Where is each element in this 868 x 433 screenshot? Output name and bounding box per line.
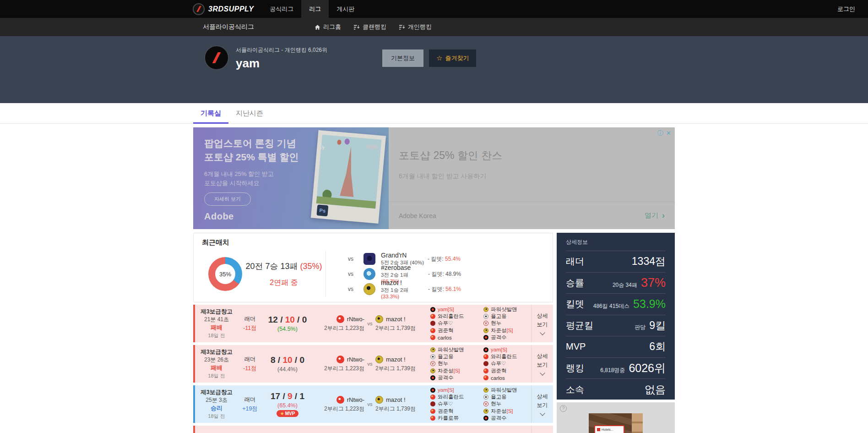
nav-item-board[interactable]: 게시판 (329, 0, 362, 18)
detail-line1: 상세 (537, 393, 548, 400)
player-row: 권준혁 (430, 327, 476, 334)
subnav-item-clan-ranking[interactable]: 클랜랭킹 (347, 18, 393, 36)
top-nav: 3RDSUPPLY 공식리그 리그 게시판 로그인 (0, 0, 868, 18)
ad-banner[interactable]: 팝업스토어 론칭 기념 포토샵 25% 특별 할인 6개월 내내 25% 할인 … (193, 127, 675, 229)
opponent-name[interactable]: #zerobase (381, 264, 428, 271)
polaroid-image: ✈ Ps (311, 130, 386, 224)
player-race-icon (430, 335, 435, 340)
favorite-button[interactable]: ☆ 즐겨찾기 (429, 49, 476, 67)
subnav-item-personal-ranking[interactable]: 개인랭킹 (393, 18, 438, 36)
ladder-delta: -11점 (238, 323, 262, 333)
detail-info-panel: 상세정보 래더 1334점 승률 20승 34패 37% 킬뎃 486킬 415… (557, 233, 675, 400)
favorite-label: 즐겨찾기 (445, 54, 469, 62)
opponent-name[interactable]: mazot ! (381, 279, 428, 286)
brand-logo[interactable]: 3RDSUPPLY (193, 0, 254, 18)
ladder-label: 래더 (238, 314, 262, 323)
login-button[interactable]: 로그인 (837, 0, 855, 18)
player-race-icon (483, 307, 488, 312)
sub-nav: 서플라이공식리그 리그홈 클랜랭킹 개인랭킹 (0, 18, 868, 36)
donut-percent: 35% (219, 271, 231, 278)
ad-text-panel: ⓘ ✕ 포토샵 25% 할인 찬스 6개월 내내 할인 받고 사용하기 Adob… (389, 127, 675, 229)
team-left: rNtwo- 2부리그 1,223점 (313, 356, 364, 373)
team-left: rNtwo- 2부리그 1,223점 (313, 315, 364, 332)
ad-cta-button[interactable]: 자세히 보기 (204, 192, 251, 206)
player-race-icon (483, 335, 488, 340)
player-row: 카를로쮸 (430, 415, 476, 422)
brand-name: 3RDSUPPLY (208, 5, 254, 13)
player-name: 파워샷발맨 (438, 346, 464, 353)
ad-headline: 팝업스토어 론칭 기념 포토샵 25% 특별 할인 (204, 137, 299, 164)
player-name: 현누 (491, 400, 501, 407)
player-row: 와리홀란드 (430, 394, 476, 400)
players-left: yam[S] 와리홀란드 슈푸♡ 권준혁 carlos (430, 306, 476, 341)
help-icon[interactable]: ? (560, 405, 567, 412)
kda-kills: 8 (271, 355, 276, 365)
basic-info-button[interactable]: 기본정보 (382, 49, 423, 67)
player-name: 파워샷발맨 (491, 306, 517, 313)
ad-close-icon[interactable]: ✕ (666, 130, 671, 136)
ad-popup-card: Hotels... (594, 425, 624, 433)
tab-records[interactable]: 기록실 (193, 103, 228, 123)
ad-advertiser: Adobe Korea (399, 212, 436, 219)
opponent-globe-icon (363, 268, 375, 280)
subnav-item-league-home[interactable]: 리그홈 (308, 18, 347, 36)
ad-subtitle: 6개월 내내 할인 받고 사용하기 (399, 172, 486, 181)
recent-matches-panel: 최근매치 35% 20전 7승 13패 (35%) 2연패 중 (193, 233, 553, 302)
kda-rate: (54.5%) (262, 326, 313, 332)
player-race-icon (483, 321, 488, 326)
opponent-name[interactable]: Grand'rN (381, 252, 424, 259)
product-ad-image: Hotels... (589, 413, 643, 433)
player-race-icon (430, 375, 435, 380)
player-race-icon (483, 314, 488, 319)
detail-view-button[interactable]: 상세 보기 (531, 385, 553, 423)
detail-view-button[interactable] (531, 426, 553, 433)
team-name: mazot ! (386, 316, 406, 323)
avatar (204, 45, 229, 70)
nav-item-official-league[interactable]: 공식리그 (262, 0, 301, 18)
team-icon (375, 315, 383, 323)
plane-icon: ✈ (319, 143, 326, 153)
player-row: 공격수 (430, 374, 476, 381)
tab-bar: 기록실 지난시즌 (0, 103, 868, 124)
record-summary-pct: (35%) (300, 262, 322, 271)
player-row: 파워샷발맨 (430, 346, 476, 353)
player-race-icon (483, 347, 488, 352)
player-name: yam (438, 307, 448, 312)
league-name: 서플라이공식리그 (203, 23, 254, 31)
player-row: 슈푸♡ (430, 320, 476, 327)
stat-row-ranking: 랭킹 6,818명중 6026위 (566, 358, 666, 379)
player-name: 욜고용 (491, 313, 507, 320)
vs-row: vs #zerobase 3전 2승 1패 (66.7%) - 킬뎃: (348, 267, 544, 281)
detail-view-button[interactable]: 상세 보기 (531, 305, 553, 342)
ad-open-link[interactable]: 열기 › (645, 211, 665, 220)
match-row: 제3보급창고 21분 41초 패배 18일 전 래더 -11점 12 / 10 … (193, 305, 553, 342)
player-tag: [S] (507, 408, 513, 414)
kda-deaths: 10 (282, 355, 292, 365)
team-league: 2부리그 1,223점 (313, 324, 364, 332)
stat-row-killdeath: 킬뎃 486킬 415데스 53.9% (566, 294, 666, 315)
players-left: 파워샷발맨 욜고용 현누 차준성[S] 공격수 (430, 346, 476, 382)
player-race-icon (430, 395, 435, 400)
nav-item-league[interactable]: 리그 (301, 0, 329, 18)
recent-matches-title: 최근매치 (202, 238, 544, 247)
player-name: 공격수 (438, 374, 454, 381)
detail-view-button[interactable]: 상세 보기 (531, 345, 553, 383)
star-icon: ☆ (436, 54, 442, 62)
player-row: 차준성[S] (483, 327, 529, 334)
player-name: 권준혁 (438, 327, 454, 334)
player-race-icon (430, 347, 435, 352)
stat-row-ladder: 래더 1334점 (566, 251, 666, 273)
sidebar-ad[interactable]: ? Hotels... (557, 402, 675, 433)
whale-icon (366, 144, 378, 150)
tab-past-seasons[interactable]: 지난시즌 (228, 103, 271, 123)
page-title: yam (236, 56, 327, 71)
adchoices-info-icon[interactable]: ⓘ (657, 130, 663, 136)
match-duration: 25분 3초 (195, 396, 238, 404)
subnav-item-label: 리그홈 (323, 23, 341, 31)
kda-line: 8 / 10 / 0 (262, 355, 313, 365)
detail-line2: 보기 (537, 321, 548, 329)
player-name: 차준성 (438, 367, 454, 374)
team-league: 2부리그 1,223점 (313, 365, 364, 373)
player-row: 현누 (483, 400, 529, 407)
player-row: 슈푸♡ (430, 400, 476, 407)
